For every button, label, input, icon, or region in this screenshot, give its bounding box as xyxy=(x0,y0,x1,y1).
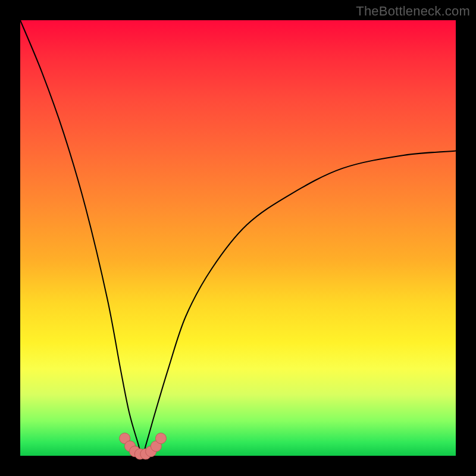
bottleneck-curve-svg xyxy=(20,20,456,456)
watermark-text: TheBottleneck.com xyxy=(356,4,470,19)
marker-dot xyxy=(155,433,166,444)
plot-area xyxy=(20,20,456,456)
bottleneck-curve xyxy=(20,20,456,456)
chart-frame: TheBottleneck.com xyxy=(0,0,476,476)
optimal-zone-markers xyxy=(120,433,167,459)
